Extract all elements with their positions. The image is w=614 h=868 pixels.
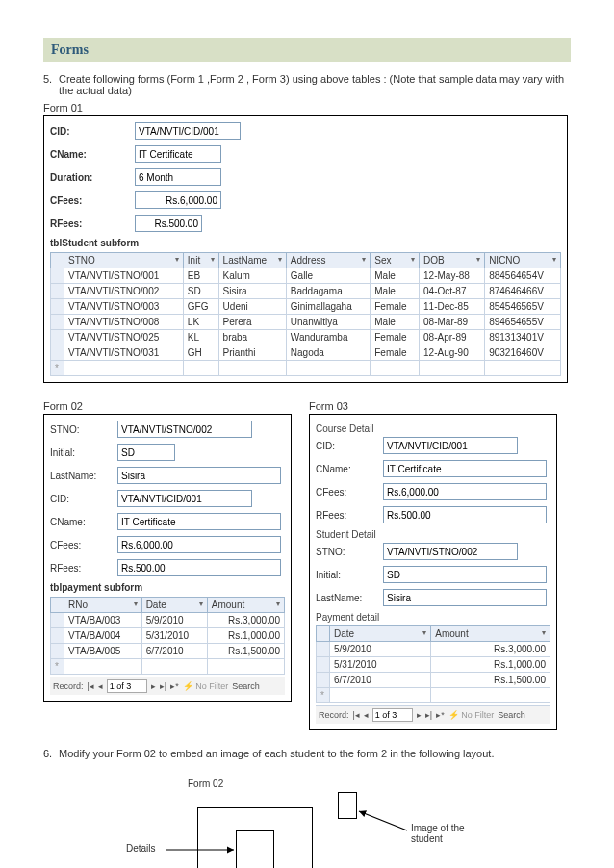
rfees-label: RFees: (50, 218, 135, 229)
form03-table[interactable]: Date▾Amount▾ 5/9/2010Rs.3,000.005/31/201… (316, 625, 550, 703)
lastname-input[interactable] (383, 589, 547, 606)
cid-input[interactable] (135, 122, 241, 140)
stno-label: STNO: (316, 547, 383, 557)
lastname-input[interactable] (117, 467, 281, 484)
diagram-arrows (43, 773, 524, 868)
lastname-label: LastName: (316, 593, 383, 603)
cid-label: CID: (50, 126, 135, 137)
nav-next-icon[interactable]: ▸ (151, 681, 156, 691)
cfees-label: CFees: (50, 540, 117, 550)
svg-line-1 (359, 811, 407, 830)
cname-input[interactable] (135, 145, 221, 163)
cfees-input[interactable] (383, 483, 547, 500)
new-record-row[interactable]: * (51, 361, 561, 376)
nav-prev-icon[interactable]: ◂ (98, 681, 103, 691)
table-row[interactable]: VTA/NVTI/STNO/003GFGUdeniGinimallagahaFe… (51, 299, 561, 315)
duration-input[interactable] (135, 168, 221, 186)
nav-next-icon[interactable]: ▸ (417, 710, 422, 720)
form03-record-nav[interactable]: Record: |◂ ◂ ▸ ▸| ▸* ⚡ No Filter Search (316, 705, 550, 724)
table-row[interactable]: VTA/BA/0035/9/2010Rs.3,000.00 (51, 613, 285, 628)
cname-label: CName: (50, 517, 117, 527)
rfees-label: RFees: (316, 510, 383, 521)
cid-label: CID: (50, 494, 117, 504)
column-header[interactable]: Date▾ (141, 598, 207, 613)
row-selector-header[interactable] (51, 253, 64, 268)
table-row[interactable]: VTA/NVTI/STNO/008LKPereraUnanwitiyaMale0… (51, 315, 561, 330)
form02-box: STNO: Initial: LastName: CID: CName: CFe… (43, 414, 292, 702)
nav-new-icon[interactable]: ▸* (436, 710, 445, 720)
q6-text: Modify your Form 02 to embed an image of… (59, 748, 494, 759)
rfees-input[interactable] (383, 506, 547, 523)
cname-input[interactable] (117, 513, 281, 530)
table-row[interactable]: VTA/BA/0056/7/2010Rs.1,500.00 (51, 644, 285, 659)
cid-label: CID: (316, 441, 383, 451)
q6-number: 6. (43, 748, 59, 759)
form01-box: CID: CName: Duration: CFees: RFees: tblS… (43, 115, 568, 383)
column-header[interactable]: Address▾ (286, 253, 370, 268)
cfees-label: CFees: (50, 195, 135, 206)
stno-input[interactable] (383, 543, 518, 560)
nav-first-icon[interactable]: |◂ (88, 681, 94, 691)
record-label: Record: (53, 681, 84, 691)
nav-pos-input[interactable] (107, 679, 147, 693)
column-header[interactable]: DOB▾ (420, 253, 485, 268)
form02-title: Form 02 (43, 400, 292, 412)
rfees-input[interactable] (135, 215, 202, 232)
form02-record-nav[interactable]: Record: |◂ ◂ ▸ ▸| ▸* ⚡ No Filter Search (50, 677, 285, 695)
table-row[interactable]: 6/7/2010Rs.1,500.00 (317, 673, 550, 688)
table-row[interactable]: VTA/NVTI/STNO/002SDSisiraBaddagamaMale04… (51, 284, 561, 299)
column-header[interactable]: RNo▾ (64, 598, 142, 613)
search-label[interactable]: Search (498, 710, 525, 720)
cid-input[interactable] (383, 437, 518, 454)
stno-label: STNO: (50, 424, 117, 435)
cfees-input[interactable] (117, 536, 281, 553)
search-label[interactable]: Search (232, 681, 260, 691)
column-header[interactable]: Date▾ (330, 626, 431, 642)
nav-pos-input[interactable] (372, 708, 413, 722)
layout-diagram: Form 02 Details Image of the student (43, 773, 524, 868)
column-header[interactable]: LastName▾ (218, 253, 286, 268)
lastname-label: LastName: (50, 471, 117, 481)
initial-input[interactable] (383, 566, 547, 583)
cid-input[interactable] (117, 490, 252, 507)
nav-new-icon[interactable]: ▸* (170, 681, 179, 691)
new-record-row[interactable]: * (51, 659, 285, 675)
form02-subform-title: tblpayment subform (50, 582, 285, 593)
cname-label: CName: (316, 464, 383, 474)
column-header[interactable]: Amount▾ (207, 598, 284, 613)
nav-first-icon[interactable]: |◂ (353, 710, 360, 720)
initial-label: Initial: (316, 570, 383, 580)
table-row[interactable]: VTA/NVTI/STNO/025KLbrabaWandurambaFemale… (51, 330, 561, 345)
table-row[interactable]: 5/31/2010Rs.1,000.00 (317, 657, 550, 673)
no-filter: ⚡ No Filter (183, 681, 229, 691)
table-row[interactable]: VTA/NVTI/STNO/031GHPrianthiNagodaFemale1… (51, 345, 561, 361)
form01-subform-title: tblStudent subform (50, 238, 561, 248)
nav-last-icon[interactable]: ▸| (425, 710, 432, 720)
column-header[interactable]: STNO▾ (64, 253, 184, 268)
rfees-input[interactable] (117, 559, 281, 576)
column-header[interactable]: Sex▾ (371, 253, 420, 268)
question-6: 6.Modify your Form 02 to embed an image … (43, 748, 571, 759)
form03-box: Course Detail CID: CName: CFees: RFees: … (309, 414, 557, 730)
column-header[interactable]: Amount▾ (431, 626, 550, 642)
cfees-label: CFees: (316, 487, 383, 498)
form03-title: Form 03 (309, 400, 557, 412)
nav-prev-icon[interactable]: ◂ (364, 710, 369, 720)
table-row[interactable]: 5/9/2010Rs.3,000.00 (317, 642, 550, 657)
table-row[interactable]: VTA/NVTI/STNO/001EBKalumGalleMale12-May-… (51, 268, 561, 284)
cfees-input[interactable] (135, 191, 221, 209)
stno-input[interactable] (117, 421, 252, 438)
column-header[interactable]: NICNO▾ (485, 253, 561, 268)
new-record-row[interactable]: * (317, 688, 550, 703)
payment-detail-label: Payment detail (316, 612, 550, 623)
no-filter: ⚡ No Filter (448, 710, 495, 720)
table-row[interactable]: VTA/BA/0045/31/2010Rs.1,000.00 (51, 628, 285, 644)
cname-label: CName: (50, 149, 135, 160)
nav-last-icon[interactable]: ▸| (160, 681, 166, 691)
column-header[interactable]: Init▾ (183, 253, 218, 268)
form01-table[interactable]: STNO▾Init▾LastName▾Address▾Sex▾DOB▾NICNO… (50, 252, 561, 376)
q5-text: Create following forms (Form 1 ,Form 2 ,… (59, 73, 564, 96)
initial-input[interactable] (117, 444, 175, 461)
form02-table[interactable]: RNo▾Date▾Amount▾ VTA/BA/0035/9/2010Rs.3,… (50, 597, 285, 675)
cname-input[interactable] (383, 460, 547, 477)
